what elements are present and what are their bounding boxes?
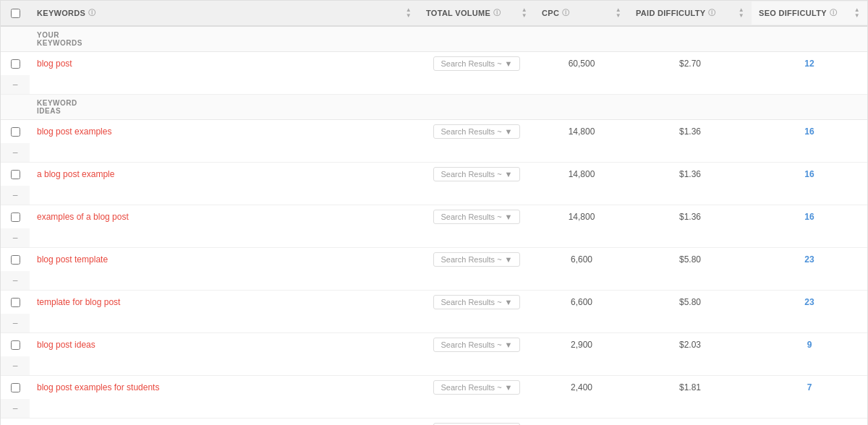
paid-difficulty-sort[interactable]: ▲▼ — [739, 7, 744, 19]
search-results-btn-5[interactable]: Search Results ~ ▼ — [433, 338, 521, 352]
row-checkbox-4[interactable] — [11, 298, 20, 307]
seo-diff-6: – — [1, 399, 30, 418]
keywords-label: KEYWORDS — [37, 9, 85, 17]
search-btn-cell-7: Search Results ~ ▼ — [419, 418, 535, 425]
total-volume-label: TOTAL VOLUME — [426, 9, 490, 17]
seo-diff-4: – — [1, 314, 30, 332]
table-row: examples of a blog post Search Results ~… — [1, 205, 867, 248]
row-checkbox-cell-0 — [1, 123, 30, 141]
seo-difficulty-info-icon[interactable]: ⓘ — [830, 8, 837, 18]
keyword-cell-6[interactable]: blog post examples for students — [30, 378, 419, 397]
cpc-info-icon[interactable]: ⓘ — [562, 8, 569, 18]
search-btn-cell-2: Search Results ~ ▼ — [419, 205, 535, 228]
chevron-down-icon: ▼ — [505, 340, 513, 349]
row-checkbox-cell-3 — [1, 251, 30, 269]
your-keyword-text: blog post — [37, 59, 72, 69]
keyword-cell-7[interactable]: blog post writing — [30, 421, 419, 425]
search-results-btn-3[interactable]: Search Results ~ ▼ — [433, 252, 521, 267]
table-row: blog post writing Search Results ~ ▼ 1,9… — [1, 418, 867, 425]
your-keyword-cell[interactable]: blog post — [30, 54, 419, 73]
search-results-btn-1[interactable]: Search Results ~ ▼ — [433, 167, 521, 181]
table-row: blog post template Search Results ~ ▼ 6,… — [1, 248, 867, 291]
keywords-info-icon[interactable]: ⓘ — [88, 8, 95, 18]
cpc-sort[interactable]: ▲▼ — [616, 7, 621, 19]
search-results-btn-2[interactable]: Search Results ~ ▼ — [433, 210, 521, 224]
volume-2: 14,800 — [535, 207, 629, 226]
volume-7: 1,900 — [535, 421, 629, 425]
header-keywords: KEYWORDS ⓘ ▲▼ — [30, 1, 419, 25]
chevron-down-icon: ▼ — [505, 255, 513, 264]
volume-1: 14,800 — [535, 165, 629, 184]
row-checkbox-1[interactable] — [11, 170, 20, 179]
row-checkbox-cell-7 — [1, 421, 30, 426]
row-checkbox-cell-6 — [1, 379, 30, 397]
search-results-btn-0[interactable]: Search Results ~ ▼ — [433, 124, 521, 139]
row-checkbox-0[interactable] — [11, 127, 20, 137]
keyword-text-3: blog post template — [37, 254, 108, 265]
seo-difficulty-label: SEO DIFFICULTY — [759, 9, 827, 17]
total-volume-info-icon[interactable]: ⓘ — [493, 8, 501, 18]
select-all-checkbox[interactable] — [11, 9, 20, 18]
paid-diff-7: 32 — [752, 421, 867, 425]
header-seo-difficulty: SEO DIFFICULTY ⓘ ▲▼ — [752, 1, 867, 25]
keyword-ideas-section: KEYWORD IDEAS — [1, 95, 867, 120]
your-keyword-volume: 60,500 — [535, 54, 629, 73]
table-row: template for blog post Search Results ~ … — [1, 291, 867, 333]
paid-difficulty-label: PAID DIFFICULTY — [636, 9, 705, 17]
total-volume-sort[interactable]: ▲▼ — [522, 7, 527, 19]
your-keyword-seo-diff: – — [1, 75, 30, 94]
volume-5: 2,900 — [535, 335, 629, 354]
paid-diff-5: 9 — [752, 335, 867, 354]
chevron-down-icon: ▼ — [505, 383, 513, 392]
keyword-text-1: a blog post example — [37, 169, 114, 179]
chevron-down-icon: ▼ — [505, 127, 513, 136]
keyword-ideas-rows: blog post examples Search Results ~ ▼ 14… — [1, 120, 867, 425]
your-keyword-search-btn-cell: Search Results ~ ▼ — [419, 52, 535, 75]
paid-difficulty-info-icon[interactable]: ⓘ — [708, 8, 715, 18]
your-keyword-paid-diff: 12 — [752, 54, 867, 73]
search-results-btn-6[interactable]: Search Results ~ ▼ — [433, 380, 521, 395]
keyword-text-4: template for blog post — [37, 297, 120, 307]
chevron-down-icon: ▼ — [505, 170, 513, 179]
table-header: KEYWORDS ⓘ ▲▼ TOTAL VOLUME ⓘ ▲▼ CPC ⓘ ▲▼… — [1, 1, 867, 27]
keyword-text-2: examples of a blog post — [37, 212, 129, 222]
seo-diff-0: – — [1, 143, 30, 162]
chevron-down-icon: ▼ — [505, 212, 513, 221]
keyword-cell-5[interactable]: blog post ideas — [30, 335, 419, 354]
cpc-2: $1.36 — [629, 207, 752, 226]
keyword-table: KEYWORDS ⓘ ▲▼ TOTAL VOLUME ⓘ ▲▼ CPC ⓘ ▲▼… — [0, 0, 868, 425]
table-row: blog post ideas Search Results ~ ▼ 2,900… — [1, 333, 867, 376]
row-checkbox-3[interactable] — [11, 255, 20, 265]
keyword-cell-2[interactable]: examples of a blog post — [30, 207, 419, 226]
keyword-cell-0[interactable]: blog post examples — [30, 122, 419, 141]
row-checkbox-2[interactable] — [11, 212, 20, 222]
search-btn-cell-0: Search Results ~ ▼ — [419, 120, 535, 143]
header-cpc: CPC ⓘ ▲▼ — [535, 1, 629, 25]
row-checkbox-cell-5 — [1, 336, 30, 354]
table-row: blog post examples Search Results ~ ▼ 14… — [1, 120, 867, 163]
row-checkbox-cell — [1, 55, 30, 73]
cpc-7: $4.57 — [629, 421, 752, 425]
seo-diff-5: – — [1, 356, 30, 375]
keyword-cell-4[interactable]: template for blog post — [30, 293, 419, 312]
your-keywords-label: YOUR KEYWORDS — [37, 31, 66, 47]
row-checkbox[interactable] — [11, 59, 20, 69]
volume-6: 2,400 — [535, 378, 629, 397]
seo-difficulty-sort[interactable]: ▲▼ — [854, 7, 860, 19]
paid-diff-4: 23 — [752, 293, 867, 312]
cpc-6: $1.81 — [629, 378, 752, 397]
header-paid-difficulty: PAID DIFFICULTY ⓘ ▲▼ — [629, 1, 752, 25]
your-keywords-section: YOUR KEYWORDS — [1, 27, 867, 52]
paid-diff-3: 23 — [752, 250, 867, 269]
row-checkbox-5[interactable] — [11, 340, 20, 350]
keyword-cell-3[interactable]: blog post template — [30, 250, 419, 269]
header-total-volume: TOTAL VOLUME ⓘ ▲▼ — [419, 1, 535, 25]
search-results-btn-4[interactable]: Search Results ~ ▼ — [433, 295, 521, 309]
keywords-sort[interactable]: ▲▼ — [406, 7, 412, 19]
your-keyword-search-btn[interactable]: Search Results ~ ▼ — [433, 56, 521, 71]
paid-diff-0: 16 — [752, 122, 867, 141]
keyword-cell-1[interactable]: a blog post example — [30, 165, 419, 184]
row-checkbox-cell-2 — [1, 208, 30, 226]
row-checkbox-6[interactable] — [11, 383, 20, 392]
keyword-ideas-label: KEYWORD IDEAS — [37, 99, 66, 115]
